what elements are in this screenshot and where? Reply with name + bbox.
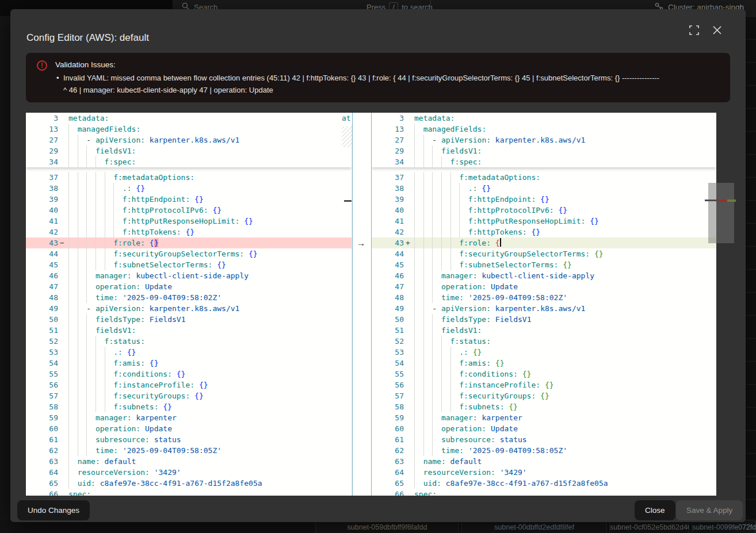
code-line-58[interactable]: 58f:subnets: {}	[372, 401, 716, 412]
code-line-40[interactable]: 40f:httpProtocolIPv6: {}	[372, 205, 716, 216]
code-line-46[interactable]: 46manager: kubectl-client-side-apply	[372, 270, 716, 281]
code-line-43[interactable]: 43+f:role: {	[372, 237, 716, 248]
code-line-27[interactable]: 27- apiVersion: karpenter.k8s.aws/v1	[26, 135, 352, 145]
code-line-57[interactable]: 57f:securityGroups: {}	[372, 390, 716, 401]
line-number: 38	[372, 183, 404, 194]
code-line-45[interactable]: 45f:subnetSelectorTerms: {}	[26, 259, 352, 270]
code-line-13[interactable]: 13managedFields:	[26, 124, 352, 135]
fullscreen-icon[interactable]	[689, 25, 699, 35]
code-line-65[interactable]: 65uid: c8afe97e-38cc-4f91-a767-d15f2a8fe…	[372, 478, 716, 489]
scrollbar-slider[interactable]	[708, 183, 734, 243]
code-line-34[interactable]: 34f:spec:	[372, 156, 716, 167]
code-line-57[interactable]: 57f:securityGroups: {}	[26, 390, 352, 401]
code-line-55[interactable]: 55f:conditions: {}	[372, 369, 716, 379]
code-line-51[interactable]: 51fieldsV1:	[372, 325, 716, 336]
code-line-54[interactable]: 54f:amis: {}	[26, 358, 352, 369]
code-line-61[interactable]: 61subresource: status	[372, 434, 716, 445]
revert-change-arrow[interactable]: →	[357, 237, 365, 248]
code-line-47[interactable]: 47operation: Update	[26, 281, 352, 292]
undo-changes-button[interactable]: Undo Changes	[17, 500, 90, 520]
code-line-56[interactable]: 56f:instanceProfile: {}	[26, 379, 352, 390]
code-line-65[interactable]: 65uid: c8afe97e-38cc-4f91-a767-d15f2a8fe…	[26, 478, 352, 489]
line-number: 58	[372, 401, 404, 412]
diff-pane-modified[interactable]: 3metadata:13managedFields:27- apiVersion…	[372, 113, 716, 496]
token: f:role:	[459, 239, 495, 247]
diff-pane-original[interactable]: 3metadata:13managedFields:27- apiVersion…	[26, 113, 352, 496]
line-number: 59	[26, 412, 58, 423]
code-line-56[interactable]: 56f:instanceProfile: {}	[372, 379, 716, 390]
code-line-64[interactable]: 64resourceVersion: '3429'	[26, 467, 352, 478]
code-line-62[interactable]: 62time: '2025-09-04T09:58:05Z'	[372, 445, 716, 456]
token: f:metadataOptions:	[113, 173, 194, 182]
indent-guide	[113, 227, 123, 237]
code-body-left[interactable]: 37f:metadataOptions:38.: {}39f:httpEndpo…	[26, 172, 352, 496]
code-line-52[interactable]: 52f:status:	[372, 336, 716, 347]
code-line-42[interactable]: 42f:httpTokens: {}	[372, 227, 716, 237]
code-line-45[interactable]: 45f:subnetSelectorTerms: {}	[372, 259, 716, 270]
code-line-59[interactable]: 59manager: karpenter	[26, 412, 352, 423]
code-line-44[interactable]: 44f:securityGroupSelectorTerms: {}	[26, 248, 352, 259]
line-number: 65	[372, 478, 404, 489]
code-line-27[interactable]: 27- apiVersion: karpenter.k8s.aws/v1	[372, 135, 716, 145]
save-apply-button[interactable]: Save & Apply	[676, 500, 743, 520]
indent-guide	[105, 205, 114, 216]
indent-guide	[432, 248, 441, 259]
code-body-right[interactable]: 37f:metadataOptions:38.: {}39f:httpEndpo…	[372, 172, 716, 496]
code-line-13[interactable]: 13managedFields:	[372, 124, 716, 135]
indent-guide	[423, 379, 433, 390]
code-line-40[interactable]: 40f:httpProtocolIPv6: {}	[26, 205, 352, 216]
code-line-3[interactable]: 3metadata:	[372, 113, 716, 124]
indent-guide	[68, 183, 78, 194]
code-line-63[interactable]: 63name: default	[26, 456, 352, 467]
code-line-60[interactable]: 60operation: Update	[26, 423, 352, 434]
token: f:conditions:	[459, 370, 522, 378]
code-line-41[interactable]: 41f:httpPutResponseHopLimit: {}	[26, 216, 352, 227]
code-line-39[interactable]: 39f:httpEndpoint: {}	[26, 194, 352, 205]
code-line-47[interactable]: 47operation: Update	[372, 281, 716, 292]
code-line-34[interactable]: 34f:spec:	[26, 156, 352, 167]
code-line-48[interactable]: 48time: '2025-09-04T09:58:02Z'	[26, 292, 352, 303]
code-line-53[interactable]: 53.: {}	[26, 347, 352, 358]
yaml-diff-editor[interactable]: 3metadata:13managedFields:27- apiVersion…	[26, 113, 716, 496]
indent-guide	[414, 135, 423, 145]
code-line-59[interactable]: 59manager: karpenter	[372, 412, 716, 423]
code-line-37[interactable]: 37f:metadataOptions:	[26, 172, 352, 183]
indent-guide	[105, 347, 114, 358]
code-line-29[interactable]: 29fieldsV1:	[26, 145, 352, 156]
unchanged-region-hatch	[342, 126, 352, 147]
code-line-51[interactable]: 51fieldsV1:	[26, 325, 352, 336]
code-line-66[interactable]: 66spec:	[26, 489, 352, 496]
code-line-29[interactable]: 29fieldsV1:	[372, 145, 716, 156]
indent-guide	[432, 358, 441, 369]
code-line-41[interactable]: 41f:httpPutResponseHopLimit: {}	[372, 216, 716, 227]
code-line-49[interactable]: 49- apiVersion: karpenter.k8s.aws/v1	[372, 303, 716, 314]
close-button[interactable]: Close	[635, 500, 675, 520]
code-line-52[interactable]: 52f:status:	[26, 336, 352, 347]
code-line-37[interactable]: 37f:metadataOptions:	[372, 172, 716, 183]
code-line-64[interactable]: 64resourceVersion: '3429'	[372, 467, 716, 478]
code-line-53[interactable]: 53.: {}	[372, 347, 716, 358]
code-line-46[interactable]: 46manager: kubectl-client-side-apply	[26, 270, 352, 281]
code-line-49[interactable]: 49- apiVersion: karpenter.k8s.aws/v1	[26, 303, 352, 314]
code-line-54[interactable]: 54f:amis: {}	[372, 358, 716, 369]
code-line-55[interactable]: 55f:conditions: {}	[26, 369, 352, 379]
code-line-42[interactable]: 42f:httpTokens: {}	[26, 227, 352, 237]
code-line-60[interactable]: 60operation: Update	[372, 423, 716, 434]
code-line-48[interactable]: 48time: '2025-09-04T09:58:02Z'	[372, 292, 716, 303]
code-line-50[interactable]: 50fieldsType: FieldsV1	[372, 314, 716, 325]
code-line-38[interactable]: 38.: {}	[26, 183, 352, 194]
code-line-39[interactable]: 39f:httpEndpoint: {}	[372, 194, 716, 205]
code-line-66[interactable]: 66spec:	[372, 489, 716, 496]
token: subresource:	[441, 435, 500, 444]
code-line-58[interactable]: 58f:subnets: {}	[26, 401, 352, 412]
close-icon[interactable]	[713, 26, 721, 34]
code-line-38[interactable]: 38.: {}	[372, 183, 716, 194]
code-line-62[interactable]: 62time: '2025-09-04T09:58:05Z'	[26, 445, 352, 456]
code-line-63[interactable]: 63name: default	[372, 456, 716, 467]
code-line-61[interactable]: 61subresource: status	[26, 434, 352, 445]
indent-guide	[78, 145, 87, 156]
code-line-43[interactable]: 43−f:role: {}	[26, 237, 352, 248]
code-line-44[interactable]: 44f:securityGroupSelectorTerms: {}	[372, 248, 716, 259]
code-line-50[interactable]: 50fieldsType: FieldsV1	[26, 314, 352, 325]
code-line-3[interactable]: 3metadata:	[26, 113, 352, 124]
